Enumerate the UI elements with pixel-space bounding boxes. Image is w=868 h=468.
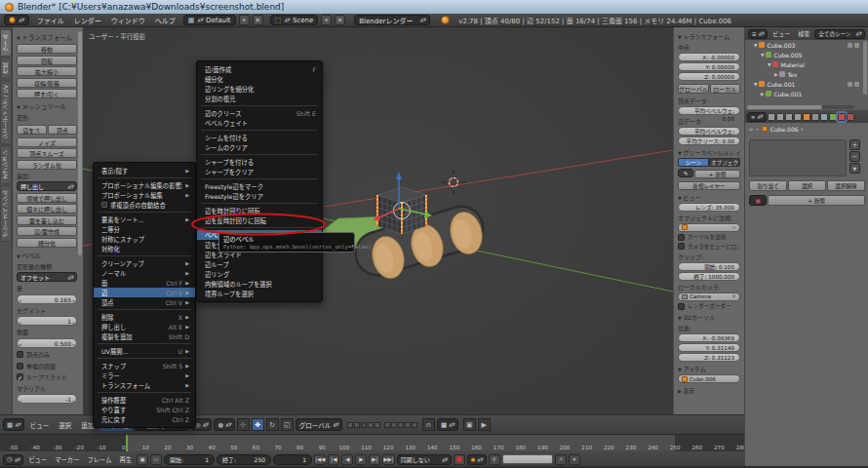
editor-type-dropdown[interactable]: ☰▲▼ — [748, 29, 768, 39]
manipulator-translate-button[interactable]: ✥ — [252, 418, 264, 431]
timeline-menu-マーカー[interactable]: マーカー — [52, 454, 82, 465]
context-menu-item[interactable]: ミラー▶ — [94, 370, 195, 380]
edge-menu-item[interactable]: Freestyle辺をマーク — [197, 181, 322, 191]
layer-toggle[interactable] — [368, 422, 374, 428]
lens-slider[interactable]: レンズ: 35.000 — [678, 203, 740, 212]
jump-start-button[interactable]: |◀◀ — [314, 454, 326, 465]
restrict-render-icon[interactable] — [854, 43, 859, 48]
info-menu-2[interactable]: ウィンドウ — [106, 17, 150, 26]
layer-toggle[interactable] — [384, 422, 390, 428]
restrict-render-icon[interactable] — [854, 82, 859, 87]
delete-keyframe-button[interactable]: ✕ — [569, 454, 580, 465]
add-scene-button[interactable]: + — [321, 15, 332, 25]
layer-toggle[interactable] — [347, 422, 353, 428]
material-slot-list[interactable] — [749, 139, 847, 176]
tool-shelf-tab[interactable]: グリースペンシル — [0, 185, 12, 242]
edge-menu-item[interactable]: 境界ループを選択 — [197, 289, 322, 298]
edge-menu-item[interactable]: 辺リング — [197, 269, 322, 279]
median-value-slider[interactable]: Y: 0.00000 — [678, 62, 740, 71]
edge-menu-item[interactable]: 辺リングを細分化 — [197, 84, 322, 94]
properties-tab-render[interactable] — [768, 113, 775, 121]
properties-tab-scene[interactable] — [785, 113, 793, 121]
layer-toggle[interactable] — [398, 422, 404, 428]
panel-header[interactable]: ▼ アイテム — [678, 365, 740, 373]
remove-slot-button[interactable]: − — [849, 151, 860, 162]
tool-shelf-scrollbar[interactable] — [78, 31, 82, 255]
operator-checkbox-row[interactable]: 頂点のみ — [17, 350, 77, 359]
frame-lock-button[interactable]: ▭ — [150, 454, 162, 465]
grease-new-button[interactable]: + 新規 — [694, 170, 740, 178]
operator-slider[interactable]: -1◂▸ — [17, 394, 77, 404]
close-screen-button[interactable]: ✕ — [253, 15, 263, 25]
end-frame-field[interactable]: 終了:250 — [217, 454, 271, 465]
tool-button[interactable]: 頂点 — [48, 125, 78, 135]
tool-shelf-tab[interactable]: 作成 — [0, 58, 12, 79]
edge-menu-item[interactable]: ベベルウェイト — [197, 118, 322, 128]
clip-slider[interactable]: 開始: 0.100 — [678, 262, 740, 271]
close-scene-button[interactable]: ✕ — [335, 15, 345, 25]
viewport-menu-選択[interactable]: 選択 — [55, 419, 75, 431]
operator-checkbox-row[interactable]: ✓ループスライド — [17, 372, 77, 381]
outliner-row[interactable]: ▼Cube.001 — [745, 79, 868, 89]
operator-dropdown[interactable]: オフセット▲▼ — [17, 272, 77, 282]
context-menu-item[interactable]: 要素をソート...▶ — [94, 214, 195, 224]
tool-button[interactable]: ノイズ — [17, 137, 77, 147]
cursor-location-slider[interactable]: X: -0.09369 — [678, 333, 740, 342]
item-name-field[interactable]: Cube.006 — [678, 374, 740, 383]
snap-magnet-button[interactable]: ∩ — [422, 418, 435, 431]
edge-menu-item[interactable]: 分割の復元 — [197, 94, 322, 103]
play-reverse-button[interactable]: ◀ — [341, 454, 353, 465]
timeline-menu-再生[interactable]: 再生 — [116, 454, 135, 465]
panel-header[interactable]: ▼ ビュー — [678, 193, 740, 202]
timeline-menu-フレーム[interactable]: フレーム — [84, 454, 114, 465]
restrict-select-icon[interactable] — [848, 43, 852, 48]
context-menu-item[interactable]: 対称にスナップ — [94, 234, 195, 244]
outliner-row[interactable]: ▼Material — [745, 59, 868, 69]
snap-element-dropdown[interactable]: ▦▲▼ — [437, 418, 458, 431]
grease-tab[interactable]: オブジェクト — [709, 158, 740, 167]
orientation-dropdown[interactable]: グローバル▲▼ — [296, 418, 342, 431]
median-value-slider[interactable]: Z: 0.00000 — [678, 72, 740, 81]
context-menu-item[interactable]: 表示/隠す▶ — [94, 166, 195, 176]
tool-button[interactable]: 頂点スムーズ — [17, 148, 77, 158]
deselect-button[interactable]: 選択解除 — [827, 180, 865, 191]
tool-button[interactable]: 移動 — [17, 44, 77, 54]
record-button[interactable] — [454, 454, 465, 465]
new-material-button[interactable]: + 新規 — [768, 195, 865, 206]
tool-button[interactable]: 拡大縮小 — [17, 66, 77, 76]
context-menu-item[interactable]: 二等分 — [94, 224, 195, 234]
global-button[interactable]: グローバル — [678, 84, 709, 94]
edge-menu-item[interactable]: Freestyle辺をクリア — [197, 191, 322, 201]
view-checkbox-row[interactable]: カメラをビューにロ.. — [678, 243, 740, 251]
slot-specials-button[interactable]: ▼ — [849, 163, 860, 174]
layer-toggle[interactable] — [361, 422, 367, 428]
grease-pencil-dropdown[interactable]: ✎ — [678, 169, 693, 177]
disclosure-open-icon[interactable]: ▼ — [754, 43, 757, 48]
keying-set-field[interactable] — [502, 454, 553, 464]
next-keyframe-button[interactable]: ▶| — [369, 454, 380, 465]
editor-type-dropdown[interactable]: ≡▲▼ — [747, 112, 767, 122]
outliner-menu-ビュー[interactable]: ビュー — [769, 28, 793, 39]
grease-tab[interactable]: シーン — [678, 158, 709, 167]
local-button[interactable]: ローカル — [710, 84, 741, 94]
context-menu-item[interactable]: スナップShift S▶ — [94, 361, 195, 370]
operator-slider[interactable]: 1◂▸ — [17, 316, 77, 326]
viewport-menu-ビュー[interactable]: ビュー — [26, 419, 54, 431]
outliner-row[interactable]: ▼Cube.003 — [745, 40, 868, 50]
tool-button[interactable]: 押す/引く — [17, 89, 77, 98]
editor-type-dropdown[interactable]: ▲▼ — [4, 15, 29, 25]
edge-menu-item[interactable]: 辺/面作成F — [197, 64, 322, 74]
panel-header[interactable]: ▼ グリースペンシルレイ — [678, 148, 740, 157]
properties-tab-modifiers[interactable] — [820, 113, 828, 121]
current-frame-field[interactable]: 1 — [273, 454, 312, 465]
context-menu-item[interactable]: UV展開...U▶ — [94, 346, 195, 356]
edge-menu-item[interactable]: 内側領域のループを選択 — [197, 279, 322, 289]
jump-end-button[interactable]: ▶▶| — [382, 454, 394, 465]
insert-keyframe-button[interactable]: ↗ — [555, 454, 567, 465]
context-menu-item[interactable]: ノーマル▶ — [94, 268, 195, 278]
outliner-row[interactable]: ▶Cube.001 — [745, 89, 868, 98]
properties-tab-render-layers[interactable] — [776, 113, 784, 121]
context-menu-item[interactable]: 対称化 — [94, 244, 195, 254]
edge-bevel-weight-slider[interactable]: 平均ベベルウェ: 0.00 — [678, 127, 740, 136]
outliner-vertical-scrollbar[interactable] — [863, 41, 867, 95]
